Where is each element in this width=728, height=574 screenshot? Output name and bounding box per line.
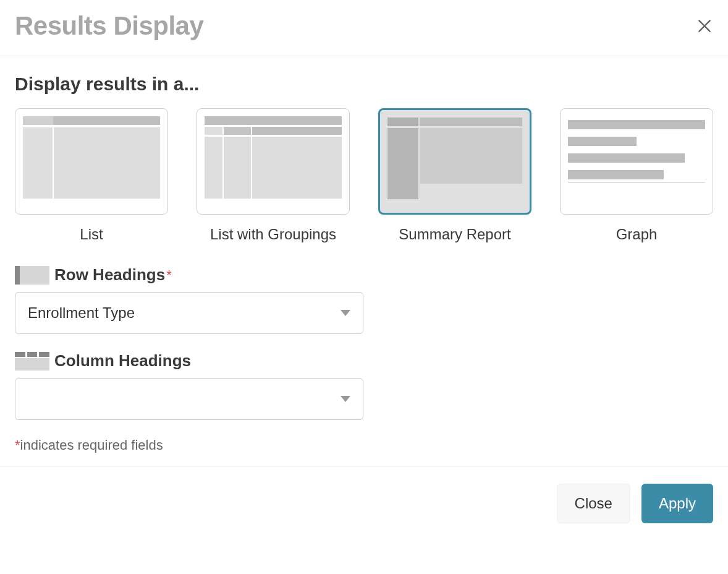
option-summary-report[interactable]: Summary Report [378, 108, 531, 243]
modal-body: Display results in a... List [0, 56, 728, 466]
option-list-groupings-thumbnail [197, 108, 350, 215]
option-graph-thumbnail [560, 108, 713, 215]
modal-footer: Close Apply [0, 466, 728, 541]
option-summary-label: Summary Report [399, 226, 510, 243]
option-summary-thumbnail [378, 108, 531, 215]
row-headings-group: Row Headings * Enrollment Type [15, 265, 713, 334]
close-button[interactable]: Close [557, 484, 630, 523]
display-type-options: List List with Groupings [15, 108, 713, 243]
row-headings-select[interactable]: Enrollment Type [15, 292, 363, 334]
row-headings-icon [15, 266, 49, 285]
column-headings-icon [15, 352, 49, 371]
option-graph-label: Graph [616, 226, 658, 243]
option-graph[interactable]: Graph [560, 108, 713, 243]
option-list-groupings-label: List with Groupings [210, 226, 336, 243]
option-list-thumbnail [15, 108, 168, 215]
row-headings-value: Enrollment Type [28, 304, 135, 322]
option-list[interactable]: List [15, 108, 168, 243]
option-list-with-groupings[interactable]: List with Groupings [197, 108, 350, 243]
chevron-down-icon [341, 394, 350, 404]
required-footnote: *indicates required fields [15, 437, 713, 453]
column-headings-group: Column Headings [15, 351, 713, 420]
row-headings-label: Row Headings [54, 265, 165, 285]
display-results-label: Display results in a... [15, 74, 713, 95]
results-display-modal: Results Display Display results in a... [0, 0, 728, 541]
chevron-down-icon [341, 308, 350, 318]
svg-marker-2 [341, 310, 350, 316]
svg-marker-3 [341, 396, 350, 402]
column-headings-label: Column Headings [54, 351, 191, 371]
modal-header: Results Display [0, 0, 728, 56]
close-icon[interactable] [696, 17, 713, 35]
column-headings-select[interactable] [15, 378, 363, 420]
required-mark: * [166, 267, 172, 283]
option-list-label: List [80, 226, 103, 243]
modal-title: Results Display [15, 11, 203, 41]
apply-button[interactable]: Apply [641, 484, 713, 523]
